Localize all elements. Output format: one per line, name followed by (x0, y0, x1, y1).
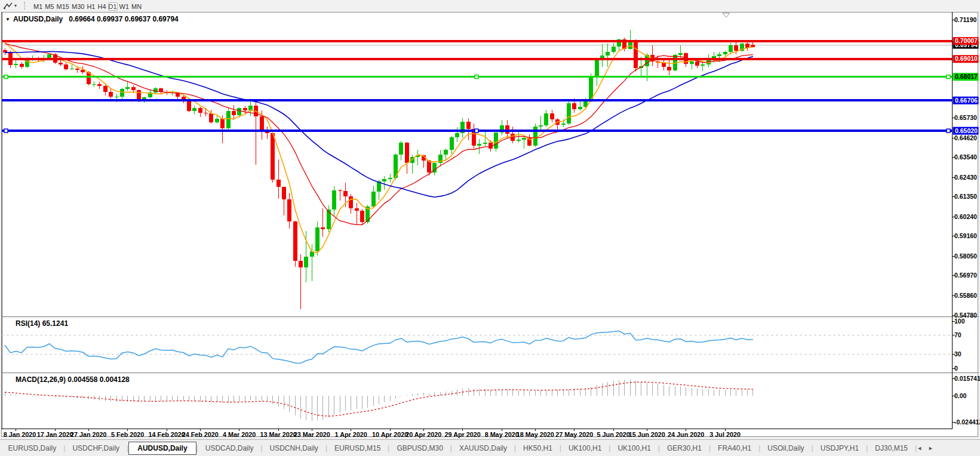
ma-line-sma5 (5, 42, 753, 253)
chart-tab-eurusd-daily[interactable]: EURUSD,Daily (1, 442, 64, 454)
date-tick-label: 8 May 2020 (485, 431, 519, 438)
date-tick-label: 24 Jun 2020 (668, 431, 704, 438)
tab-scroll-right-icon[interactable]: ► (928, 445, 933, 451)
candle-body (115, 97, 119, 97)
chart-tab-fra40-h1[interactable]: FRA40,H1 (711, 442, 758, 454)
chart-tab-hk50-h1[interactable]: HK50,H1 (516, 442, 560, 454)
candle-body (612, 47, 616, 51)
rsi-indicator-label: RSI(14) 65.1241 (16, 319, 68, 328)
hline-handle[interactable] (4, 129, 8, 133)
chart-tab-uk100-h1[interactable]: UK100,H1 (610, 442, 658, 454)
candle-body (444, 150, 448, 155)
candle-body (438, 155, 443, 163)
hline-handle[interactable] (947, 75, 950, 79)
candle-body (64, 64, 68, 69)
price-tick-label: 0.59160 (954, 232, 977, 239)
candle-body (690, 61, 694, 64)
candle-body (678, 53, 683, 55)
candle-body (260, 116, 264, 131)
candle-body (287, 199, 291, 221)
chart-ohlc-values: 0.69664 0.69937 0.69637 0.69794 (69, 15, 179, 23)
date-tick-label: 5 Feb 2020 (111, 431, 144, 438)
date-tick-label: 15 Jun 2020 (629, 431, 665, 438)
chart-tab-usdcnh-daily[interactable]: USDCNH,Daily (263, 442, 325, 454)
hline-handle[interactable] (475, 75, 478, 79)
date-tick-label: 23 Mar 2020 (294, 431, 330, 438)
candle-body (745, 44, 749, 48)
candle-body (332, 190, 336, 209)
date-tick-label: 3 Jul 2020 (709, 431, 741, 438)
candle-body (103, 86, 107, 92)
rsi-tick-label: 100 (954, 318, 965, 325)
candle-body (382, 179, 386, 181)
candle-body (70, 69, 74, 69)
chart-tab-ger30-h1[interactable]: GER30,H1 (660, 442, 709, 454)
price-tick-label: 0.65730 (954, 114, 977, 121)
rsi-line (5, 331, 753, 363)
candle-body (522, 138, 526, 140)
date-tick-label: 8 Jan 2020 (4, 431, 36, 438)
hline-handle[interactable] (475, 129, 478, 133)
hline-price-label: 0.66706 (955, 97, 978, 104)
hline-price-label: 0.70007 (955, 37, 978, 44)
candle-body (198, 108, 202, 113)
date-tick-label: 27 Jan 2020 (70, 431, 107, 438)
candle-body (215, 119, 219, 122)
hline-handle[interactable] (947, 129, 950, 133)
chart-menu-icon[interactable]: ▼ (5, 17, 10, 22)
date-tick-label: 20 Apr 2020 (405, 431, 441, 438)
chart-tab-usdcad-daily[interactable]: USDCAD,Daily (198, 442, 261, 454)
chart-tab-gbpusd-m30[interactable]: GBPUSD,M30 (389, 442, 450, 454)
chart-tab-uk100-h1[interactable]: UK100,H1 (561, 442, 609, 454)
price-tick-label: 0.64620 (954, 134, 977, 141)
date-tick-label: 13 Mar 2020 (260, 431, 297, 438)
chart-tab-usdjpy-h1[interactable]: USDJPY,H1 (813, 442, 866, 454)
candle-body (729, 45, 733, 52)
candle-body (723, 52, 727, 54)
chart-tab-usdchf-daily[interactable]: USDCHF,Daily (65, 442, 127, 454)
candle-body (131, 87, 136, 90)
candle-body (388, 178, 392, 179)
candle-body (20, 64, 24, 67)
candle-body (125, 87, 130, 89)
candle-body (483, 143, 487, 144)
candle-body (355, 208, 359, 211)
chart-symbol-period: AUDUSD,Daily (13, 15, 63, 23)
chart-tab-dj30-m15[interactable]: DJ30,M15 (868, 442, 915, 454)
price-tick-label: 0.56970 (954, 272, 977, 279)
candle-body (92, 84, 96, 85)
candle-body (634, 41, 638, 68)
macd-tick-label: 0.015741 (954, 375, 980, 382)
chart-canvas[interactable]: 0.711900.657300.646200.635400.624300.613… (0, 0, 980, 456)
candle-body (3, 50, 7, 52)
candle-body (343, 191, 348, 196)
candle-body (349, 196, 353, 209)
candle-body (405, 143, 409, 163)
chart-shift-marker[interactable] (723, 13, 730, 17)
candle-body (539, 125, 543, 127)
candle-body (182, 97, 186, 100)
candle-body (572, 103, 576, 110)
chart-tab-eurusd-m15[interactable]: EURUSD,M15 (327, 442, 388, 454)
chart-tab-audusd-daily[interactable]: AUDUSD,Daily (128, 442, 196, 455)
candle-body (427, 161, 431, 172)
macd-tick-label: -0.024412 (954, 418, 980, 426)
chart-tab-usoil-daily[interactable]: USOil,Daily (760, 442, 811, 454)
candle-body (226, 111, 231, 128)
hline-price-label: 0.69010 (955, 55, 978, 62)
price-tick-label: 0.63540 (954, 153, 977, 161)
candle-body (232, 111, 236, 115)
candle-body (450, 137, 454, 150)
chart-tab-xauusd-daily[interactable]: XAUUSD,Daily (452, 442, 514, 454)
hline-handle[interactable] (4, 75, 8, 79)
candle-body (271, 133, 275, 179)
candle-body (717, 54, 721, 56)
candle-body (137, 90, 141, 100)
candle-body (567, 103, 571, 124)
candle-body (550, 113, 554, 119)
candle-body (667, 67, 671, 70)
price-tick-label: 0.62430 (954, 174, 977, 181)
candle-body (282, 187, 286, 199)
candle-body (204, 113, 208, 113)
tab-scroll-left-icon[interactable]: ◄ (917, 445, 922, 451)
